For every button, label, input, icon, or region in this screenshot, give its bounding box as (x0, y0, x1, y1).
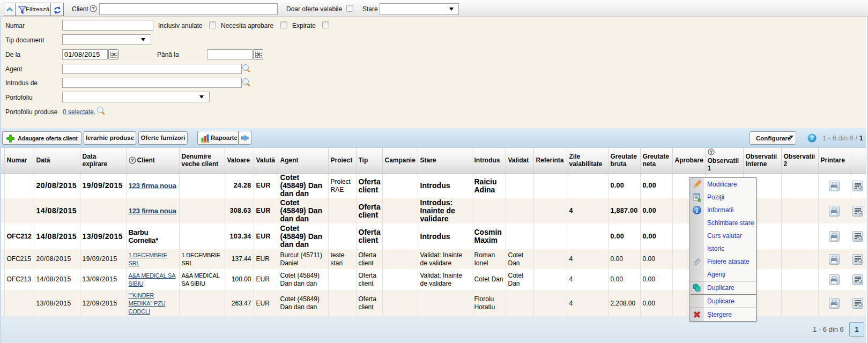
svg-text:?: ? (709, 150, 712, 155)
svg-text:i: i (696, 207, 698, 214)
svg-text:?: ? (92, 5, 95, 11)
svg-text:?: ? (810, 135, 814, 142)
svg-text:?: ? (131, 158, 134, 163)
